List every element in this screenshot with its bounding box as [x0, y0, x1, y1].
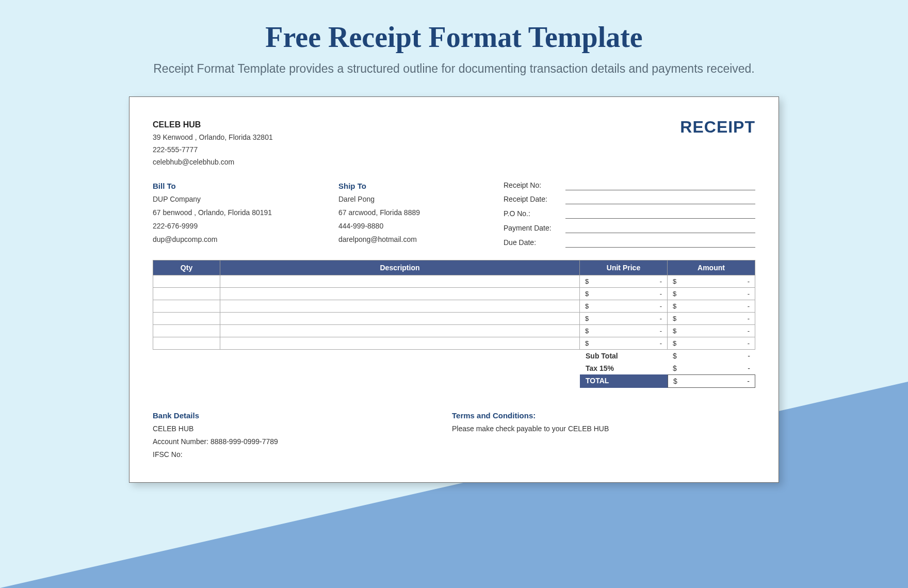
cell-desc — [220, 325, 580, 337]
cell-desc — [220, 313, 580, 325]
ship-to-label: Ship To — [338, 179, 493, 193]
ship-to-email: darelpong@hotmail.com — [338, 233, 493, 247]
ship-to-block: Ship To Darel Pong 67 arcwood, Florida 8… — [338, 179, 493, 251]
bank-details-label: Bank Details — [153, 409, 431, 422]
meta-receipt-date-label: Receipt Date: — [504, 193, 565, 206]
cell-qty — [153, 300, 220, 313]
th-qty: Qty — [153, 260, 220, 275]
cell-price: $- — [580, 275, 668, 288]
cell-qty — [153, 288, 220, 300]
meta-receipt-date-line — [565, 195, 755, 204]
company-address: 39 Kenwood , Orlando, Florida 32801 — [153, 132, 273, 144]
receipt-document: CELEB HUB 39 Kenwood , Orlando, Florida … — [129, 96, 779, 483]
th-desc: Description — [220, 260, 580, 275]
table-row: $-$- — [153, 313, 755, 325]
bill-to-email: dup@dupcomp.com — [153, 233, 328, 247]
items-table: Qty Description Unit Price Amount $-$-$-… — [153, 260, 755, 350]
company-phone: 222-555-7777 — [153, 144, 273, 156]
cell-amount: $- — [668, 337, 755, 350]
cell-price: $- — [580, 325, 668, 337]
cell-amount: $- — [668, 313, 755, 325]
meta-payment-date-label: Payment Date: — [504, 222, 565, 235]
bill-to-phone: 222-676-9999 — [153, 220, 328, 233]
meta-payment-date-line — [565, 224, 755, 233]
table-row: $-$- — [153, 275, 755, 288]
bill-to-address: 67 benwood , Orlando, Florida 80191 — [153, 206, 328, 220]
ship-to-address: 67 arcwood, Florida 8889 — [338, 206, 493, 220]
company-block: CELEB HUB 39 Kenwood , Orlando, Florida … — [153, 118, 273, 169]
ship-to-phone: 444-999-8880 — [338, 220, 493, 233]
tax-sym: $ — [673, 364, 677, 372]
cell-qty — [153, 275, 220, 288]
bank-name: CELEB HUB — [153, 422, 431, 435]
cell-price: $- — [580, 300, 668, 313]
terms-block: Terms and Conditions: Please make check … — [452, 409, 755, 462]
tax-label: Tax 15% — [580, 362, 668, 374]
table-row: $-$- — [153, 337, 755, 350]
th-price: Unit Price — [580, 260, 668, 275]
cell-price: $- — [580, 313, 668, 325]
total-label: TOTAL — [580, 374, 668, 388]
cell-desc — [220, 300, 580, 313]
cell-price: $- — [580, 337, 668, 350]
company-name: CELEB HUB — [153, 118, 273, 132]
meta-due-date-line — [565, 238, 755, 248]
subtotal-label: Sub Total — [580, 350, 668, 362]
table-row: $-$- — [153, 325, 755, 337]
subtotal-sym: $ — [673, 352, 677, 360]
bill-to-label: Bill To — [153, 179, 328, 193]
bill-to-name: DUP Company — [153, 193, 328, 206]
cell-amount: $- — [668, 300, 755, 313]
cell-qty — [153, 325, 220, 337]
cell-amount: $- — [668, 325, 755, 337]
bank-ifsc: IFSC No: — [153, 448, 431, 461]
page-subtitle: Receipt Format Template provides a struc… — [0, 62, 908, 76]
totals-block: Sub Total $- Tax 15% $- TOTAL $- — [580, 350, 755, 388]
cell-desc — [220, 288, 580, 300]
total-val: - — [747, 377, 750, 385]
terms-text: Please make check payable to your CELEB … — [452, 422, 755, 435]
meta-due-date-label: Due Date: — [504, 236, 565, 250]
meta-po-no-line — [565, 209, 755, 219]
bill-to-block: Bill To DUP Company 67 benwood , Orlando… — [153, 179, 328, 251]
page-title: Free Receipt Format Template — [0, 0, 908, 54]
table-row: $-$- — [153, 300, 755, 313]
bank-details-block: Bank Details CELEB HUB Account Number: 8… — [153, 409, 431, 462]
subtotal-val: - — [748, 352, 750, 360]
receipt-label: RECEIPT — [680, 118, 755, 137]
bank-account: Account Number: 8888-999-0999-7789 — [153, 435, 431, 448]
meta-receipt-no-line — [565, 181, 755, 190]
meta-receipt-no-label: Receipt No: — [504, 179, 565, 192]
cell-amount: $- — [668, 288, 755, 300]
ship-to-name: Darel Pong — [338, 193, 493, 206]
cell-desc — [220, 337, 580, 350]
terms-label: Terms and Conditions: — [452, 409, 755, 422]
tax-val: - — [748, 364, 750, 372]
cell-amount: $- — [668, 275, 755, 288]
table-row: $-$- — [153, 288, 755, 300]
meta-po-no-label: P.O No.: — [504, 207, 565, 221]
cell-price: $- — [580, 288, 668, 300]
th-amount: Amount — [668, 260, 755, 275]
cell-qty — [153, 337, 220, 350]
receipt-meta-block: Receipt No: Receipt Date: P.O No.: Payme… — [504, 179, 755, 251]
cell-desc — [220, 275, 580, 288]
company-email: celebhub@celebhub.com — [153, 156, 273, 169]
total-sym: $ — [673, 377, 677, 385]
cell-qty — [153, 313, 220, 325]
